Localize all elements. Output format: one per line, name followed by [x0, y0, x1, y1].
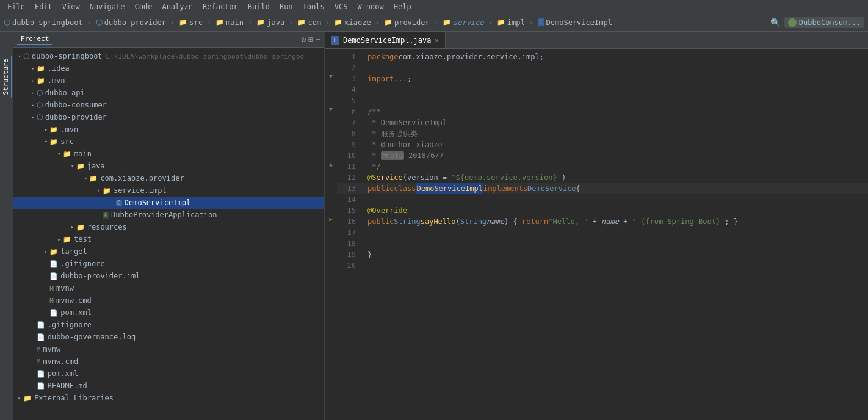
menu-refactor[interactable]: Refactor [198, 1, 243, 12]
tree-item[interactable]: ▾📁src [13, 136, 324, 148]
bc-demoserviceimpl[interactable]: C DemoServiceImpl [538, 18, 612, 27]
sidebar: Project ⚙ ⊞ − ▾⬡dubbo-springbootE:\IDEA\… [13, 32, 325, 420]
tree-item[interactable]: 📄pom.xml [13, 306, 324, 319]
tree-item[interactable]: Mmvnw [13, 282, 324, 294]
tree-item[interactable]: ▸📁test [13, 233, 324, 245]
code-line [361, 194, 868, 205]
gutter-line [325, 126, 337, 137]
gutter-line [325, 93, 337, 104]
bc-service[interactable]: 📁 service [443, 18, 484, 27]
gutter: ▼▼▲▶ [325, 49, 337, 420]
menu-view[interactable]: View [57, 1, 85, 12]
tree-item[interactable]: 📄.gitignore [13, 319, 324, 331]
menu-analyze[interactable]: Analyze [157, 1, 198, 12]
menu-code[interactable]: Code [130, 1, 157, 12]
editor-tab-demoserviceimpl[interactable]: C DemoServiceImpl.java ✕ [325, 32, 446, 48]
run-icon[interactable]: ▶ [329, 216, 332, 222]
menu-window[interactable]: Window [352, 1, 388, 12]
gutter-line [325, 137, 337, 148]
tree-item[interactable]: Mmvnw.cmd [13, 294, 324, 306]
line-number: 2 [337, 62, 361, 73]
tree-item[interactable]: ▾📁java [13, 160, 324, 172]
menu-vcs[interactable]: VCS [330, 1, 353, 12]
menu-edit[interactable]: Edit [30, 1, 57, 12]
tree-item[interactable]: ▸📁resources [13, 221, 324, 233]
tree-item[interactable]: ADubboProviderApplication [13, 209, 324, 221]
bc-dubbo-springboot[interactable]: ⬡ dubbo-springboot [4, 18, 83, 27]
bc-dubbo-provider[interactable]: ⬡ dubbo-provider [96, 18, 166, 27]
code-content[interactable]: package com.xiaoze.provider.service.impl… [361, 49, 868, 420]
menu-tools[interactable]: Tools [298, 1, 330, 12]
tree-item[interactable]: 📄pom.xml [13, 368, 324, 380]
bc-main[interactable]: 📁 main [215, 18, 244, 27]
line-number: 13 [337, 183, 361, 194]
editor-area: C DemoServiceImpl.java ✕ ▼▼▲▶ 1234567891… [325, 32, 868, 420]
tree-item[interactable]: ▸📁.idea [13, 62, 324, 74]
tree-item[interactable]: ▸📁target [13, 245, 324, 258]
tree-item[interactable]: ▸📁.mvn [13, 74, 324, 87]
minimize-icon[interactable]: − [316, 35, 320, 44]
tree-item[interactable]: 📄dubbo-governance.log [13, 331, 324, 343]
code-line: public String sayHello(String name) { re… [361, 216, 868, 227]
menu-run[interactable]: Run [275, 1, 298, 12]
expand-icon[interactable]: ⊞ [308, 35, 313, 44]
gutter-line [325, 203, 337, 214]
line-number: 7 [337, 117, 361, 128]
menu-file[interactable]: File [2, 1, 30, 12]
menu-build[interactable]: Build [243, 1, 275, 12]
tree-item[interactable]: ▸⬡dubbo-consumer [13, 99, 324, 111]
code-line: } [361, 249, 868, 260]
bc-provider[interactable]: 📁 provider [384, 18, 430, 27]
tree-item[interactable]: ▾⬡dubbo-springbootE:\IDEA\workplace\dubb… [13, 50, 324, 62]
module-icon2: ⬡ [96, 18, 103, 27]
project-tab[interactable]: Project [17, 34, 52, 45]
tree-item[interactable]: 📄.gitignore [13, 258, 324, 270]
code-line: @Override [361, 205, 868, 216]
bc-xiaoze[interactable]: 📁 xiaoze [334, 18, 371, 27]
tree-item[interactable]: ▸📁.mvn [13, 123, 324, 136]
tree-item[interactable]: ▸⬡dubbo-api [13, 87, 324, 99]
bc-src[interactable]: 📁 src [179, 18, 203, 27]
gutter-line [325, 247, 337, 258]
tree-item[interactable]: CDemoServiceImpl [13, 197, 324, 209]
gutter-line: ▶ [325, 214, 337, 225]
line-number: 6 [337, 106, 361, 117]
code-line [361, 62, 868, 73]
bc-java[interactable]: 📁 java [256, 18, 284, 27]
search-everywhere-icon[interactable]: 🔍 [770, 18, 781, 27]
code-line [361, 260, 868, 271]
code-line: * DemoServiceImpl [361, 117, 868, 128]
tree-item[interactable]: 📄dubbo-provider.iml [13, 270, 324, 282]
folder-icon-src: 📁 [179, 18, 187, 26]
file-tree: ▾⬡dubbo-springbootE:\IDEA\workplace\dubb… [13, 48, 324, 420]
tree-item[interactable]: ▾📁com.xiaoze.provider [13, 172, 324, 184]
line-number: 11 [337, 161, 361, 172]
import-fold-icon[interactable]: ▼ [329, 73, 332, 79]
code-line: * @date 2018/6/7 [361, 150, 868, 161]
bc-com[interactable]: 📁 com [297, 18, 321, 27]
tree-item[interactable]: Mmvnw.cmd [13, 355, 324, 368]
gutter-line [325, 192, 337, 203]
line-number: 4 [337, 84, 361, 95]
menu-navigate[interactable]: Navigate [85, 1, 130, 12]
tree-item[interactable]: ▾📁service.impl [13, 184, 324, 197]
settings-icon[interactable]: ⚙ [302, 35, 306, 44]
tree-item[interactable]: Mmvnw [13, 343, 324, 355]
structure-tab[interactable]: Structure [1, 56, 12, 98]
fold-icon[interactable]: ▼ [329, 106, 332, 112]
tab-close-button[interactable]: ✕ [435, 37, 439, 43]
code-line: * 服务提供类 [361, 128, 868, 139]
menu-help[interactable]: Help [389, 1, 416, 12]
bc-impl[interactable]: 📁 impl [497, 18, 525, 27]
code-line: @Service(version = "${demo.service.versi… [361, 172, 868, 183]
fold-end-icon[interactable]: ▲ [329, 161, 332, 167]
tree-item[interactable]: 📄README.md [13, 380, 324, 392]
tree-item[interactable]: ▸📁External Libraries [13, 392, 324, 404]
tree-item[interactable]: ▾⬡dubbo-provider [13, 111, 324, 123]
gutter-line [325, 181, 337, 192]
java-file-icon: C [538, 18, 544, 26]
folder-icon-java: 📁 [256, 18, 265, 26]
dubbo-consumer-button[interactable]: DubboConsum... [784, 17, 864, 28]
tree-item[interactable]: ▾📁main [13, 148, 324, 160]
code-line: * @author xiaoze [361, 139, 868, 150]
